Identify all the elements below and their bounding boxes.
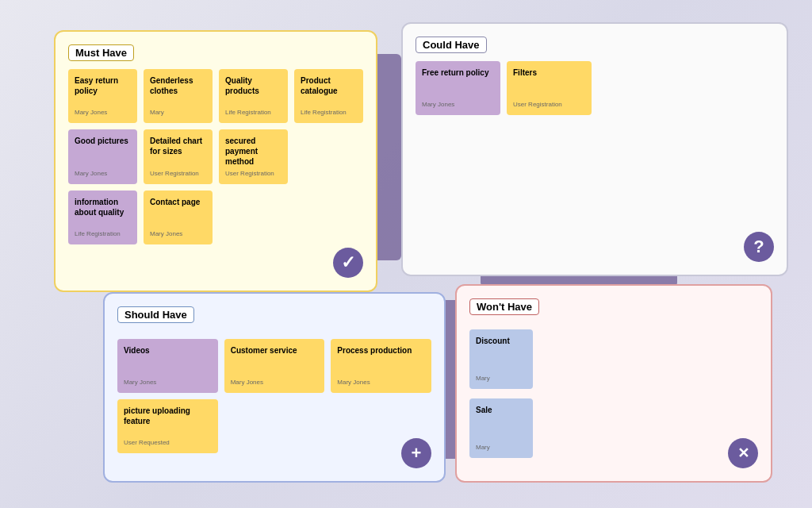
- card-label: secured payment method: [225, 136, 282, 167]
- card-label: picture uploading feature: [124, 406, 212, 426]
- list-item: [598, 61, 683, 115]
- must-have-cards-grid: Easy return policy Mary Jones Genderless…: [68, 69, 363, 244]
- should-have-title: Should Have: [117, 306, 194, 323]
- must-have-quadrant: Must Have Easy return policy Mary Jones …: [54, 30, 377, 292]
- card-label: Easy return policy: [75, 75, 131, 96]
- card-label: Contact page: [150, 197, 206, 207]
- could-have-question-button[interactable]: ?: [744, 232, 774, 262]
- list-item[interactable]: Free return policy Mary Jones: [416, 61, 500, 115]
- must-have-title: Must Have: [68, 44, 134, 61]
- list-item[interactable]: picture uploading feature User Requested: [117, 399, 218, 453]
- card-label: Detailed chart for sizes: [150, 136, 206, 156]
- list-item[interactable]: Good pictures Mary Jones: [68, 129, 137, 184]
- card-meta: User Registration: [225, 170, 282, 178]
- list-item[interactable]: Easy return policy Mary Jones: [68, 69, 137, 123]
- card-meta: Mary Jones: [337, 379, 425, 387]
- list-item: [224, 399, 325, 453]
- list-item[interactable]: Genderless clothes Mary: [144, 69, 213, 123]
- list-item[interactable]: Detailed chart for sizes User Registrati…: [144, 129, 213, 184]
- must-have-check-button[interactable]: ✓: [333, 248, 363, 278]
- should-have-plus-button[interactable]: +: [401, 438, 431, 468]
- list-item[interactable]: Contact page Mary Jones: [144, 190, 213, 244]
- card-meta: User Registration: [513, 101, 585, 109]
- card-label: Process production: [337, 345, 425, 356]
- card-meta: Mary: [476, 375, 527, 383]
- card-meta: Mary: [150, 109, 206, 117]
- card-label: Videos: [124, 345, 212, 356]
- card-label: information about quality: [75, 197, 131, 217]
- list-item[interactable]: Discount Mary: [469, 329, 533, 389]
- wont-have-quadrant: Won't Have Discount Mary Sale Mary ✕: [455, 284, 772, 483]
- card-meta: Mary Jones: [75, 109, 131, 117]
- list-item[interactable]: Quality products Life Registration: [219, 69, 288, 123]
- card-meta: Life Registration: [75, 230, 131, 238]
- list-item[interactable]: Videos Mary Jones: [117, 339, 218, 393]
- card-meta: Mary: [476, 444, 527, 452]
- could-have-quadrant: Could Have Free return policy Mary Jones…: [401, 22, 788, 276]
- card-meta: Life Registration: [301, 109, 357, 117]
- card-label: Good pictures: [75, 136, 131, 146]
- card-meta: Mary Jones: [75, 170, 131, 178]
- list-item[interactable]: Filters User Registration: [507, 61, 592, 115]
- could-have-title: Could Have: [416, 37, 487, 53]
- card-label: Quality products: [225, 75, 282, 96]
- wont-have-cross-button[interactable]: ✕: [728, 438, 758, 468]
- card-meta: Mary Jones: [422, 101, 494, 109]
- card-meta: Life Registration: [225, 109, 282, 117]
- list-item: [294, 129, 363, 184]
- list-item[interactable]: Customer service Mary Jones: [224, 339, 325, 393]
- card-meta: User Requested: [124, 439, 212, 447]
- card-label: Genderless clothes: [150, 75, 206, 96]
- list-item: [689, 61, 774, 115]
- list-item[interactable]: secured payment method User Registration: [219, 129, 288, 184]
- list-item[interactable]: information about quality Life Registrat…: [68, 190, 137, 244]
- should-have-cards-grid: Videos Mary Jones Customer service Mary …: [117, 339, 431, 453]
- wont-have-title: Won't Have: [469, 298, 539, 315]
- card-meta: Mary Jones: [231, 379, 319, 387]
- card-label: Filters: [513, 67, 585, 78]
- list-item: [219, 190, 288, 244]
- card-label: Product catalogue: [301, 75, 357, 96]
- list-item[interactable]: Product catalogue Life Registration: [294, 69, 363, 123]
- should-have-quadrant: Should Have Videos Mary Jones Customer s…: [103, 292, 446, 483]
- card-meta: User Registration: [150, 170, 206, 178]
- card-meta: Mary Jones: [124, 379, 212, 387]
- card-label: Customer service: [231, 345, 319, 356]
- card-meta: Mary Jones: [150, 230, 206, 238]
- wont-have-cards-grid: Discount Mary Sale Mary: [469, 329, 758, 458]
- card-label: Sale: [476, 405, 527, 415]
- card-label: Free return policy: [422, 67, 494, 78]
- list-item[interactable]: Process production Mary Jones: [331, 339, 431, 393]
- could-have-cards-grid: Free return policy Mary Jones Filters Us…: [416, 61, 774, 115]
- list-item[interactable]: Sale Mary: [469, 398, 533, 458]
- list-item: [294, 190, 363, 244]
- card-label: Discount: [476, 336, 527, 346]
